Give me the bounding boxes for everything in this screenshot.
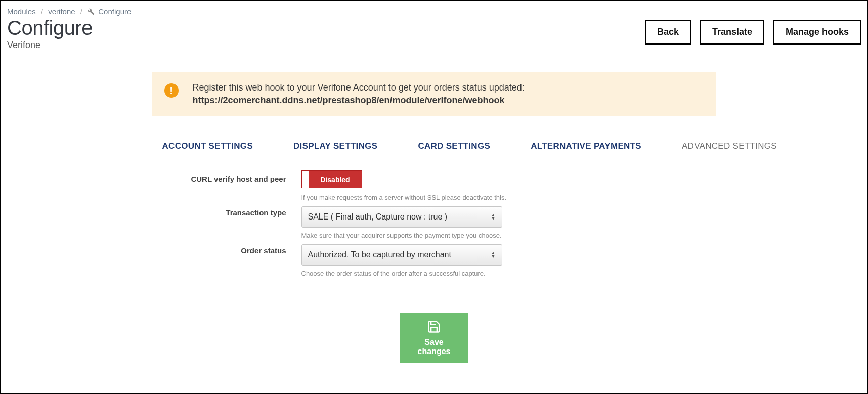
breadcrumb-module[interactable]: verifone <box>48 7 75 16</box>
chevron-updown-icon: ▲▼ <box>491 251 496 258</box>
order-status-value: Authorized. To be captured by merchant <box>308 250 451 259</box>
warning-icon: ! <box>164 83 179 98</box>
tab-advanced-settings[interactable]: ADVANCED SETTINGS <box>682 141 777 151</box>
order-status-help-text: Choose the order status of the order aft… <box>301 270 716 277</box>
breadcrumb-separator: / <box>41 7 43 16</box>
save-button-label: Save changes <box>412 338 456 356</box>
alert-url: https://2comerchant.ddns.net/prestashop8… <box>193 95 525 106</box>
transaction-type-select[interactable]: SALE ( Final auth, Capture now : true ) … <box>301 206 502 228</box>
curl-verify-toggle[interactable]: Disabled <box>301 170 362 188</box>
page-title: Configure <box>7 17 93 39</box>
tab-card-settings[interactable]: CARD SETTINGS <box>418 141 490 151</box>
translate-button[interactable]: Translate <box>700 20 764 45</box>
page-subtitle: Verifone <box>7 40 93 51</box>
transaction-type-value: SALE ( Final auth, Capture now : true ) <box>308 212 448 222</box>
webhook-alert: ! Register this web hook to your Verifon… <box>152 72 716 116</box>
breadcrumb: Modules / verifone / Configure <box>1 1 867 16</box>
curl-help-text: If you make requests from a server witho… <box>301 194 716 201</box>
order-status-select[interactable]: Authorized. To be captured by merchant ▲… <box>301 244 502 266</box>
alert-message: Register this web hook to your Verifone … <box>193 82 525 93</box>
breadcrumb-modules[interactable]: Modules <box>7 7 36 16</box>
breadcrumb-current: Configure <box>98 7 131 16</box>
toggle-state-label: Disabled <box>309 171 362 188</box>
breadcrumb-separator: / <box>80 7 82 16</box>
manage-hooks-button[interactable]: Manage hooks <box>773 20 861 45</box>
save-changes-button[interactable]: Save changes <box>400 313 468 363</box>
tab-account-settings[interactable]: ACCOUNT SETTINGS <box>162 141 253 151</box>
tab-display-settings[interactable]: DISPLAY SETTINGS <box>293 141 377 151</box>
save-icon <box>427 320 441 334</box>
order-status-label: Order status <box>152 242 301 255</box>
back-button[interactable]: Back <box>645 20 691 45</box>
wrench-icon <box>88 8 95 15</box>
chevron-updown-icon: ▲▼ <box>491 213 496 221</box>
transaction-help-text: Make sure that your acquirer supports th… <box>301 232 716 239</box>
tab-alternative-payments[interactable]: ALTERNATIVE PAYMENTS <box>531 141 641 151</box>
settings-tabs: ACCOUNT SETTINGS DISPLAY SETTINGS CARD S… <box>152 141 716 151</box>
toggle-handle <box>302 171 309 188</box>
curl-label: CURL verify host and peer <box>152 170 301 183</box>
transaction-type-label: Transaction type <box>152 204 301 217</box>
